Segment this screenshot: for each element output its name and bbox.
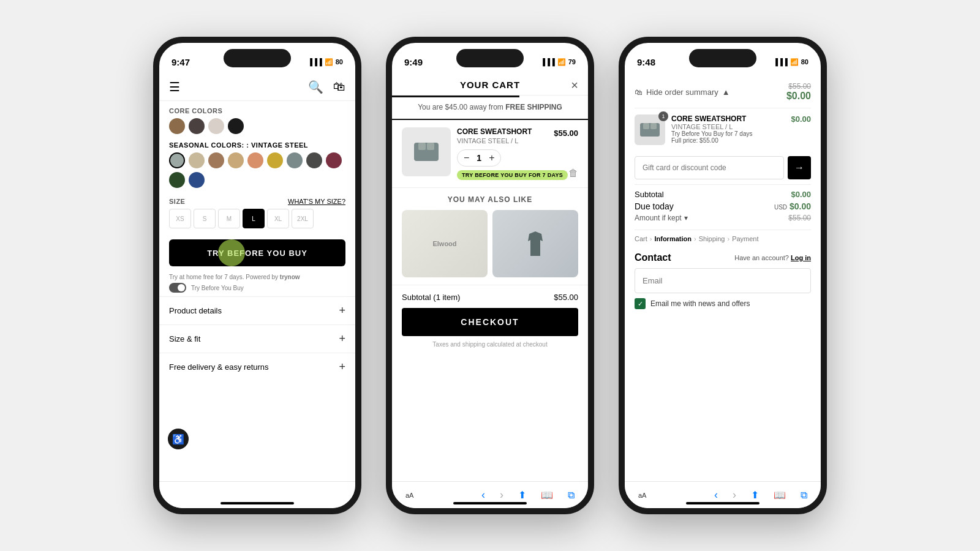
hamburger-icon[interactable]: ☰ — [169, 80, 180, 94]
time-1: 9:47 — [172, 57, 190, 67]
try-badge: TRY BEFORE YOU BUY FOR 7 DAYS — [457, 170, 568, 180]
product-card-1[interactable]: Elwood — [402, 210, 488, 277]
size-m[interactable]: M — [218, 209, 240, 228]
size-guide[interactable]: WHAT'S MY SIZE? — [288, 198, 345, 205]
color-vintage-steel[interactable] — [169, 152, 185, 168]
seasonal-colors-grid — [159, 152, 355, 193]
trynow-section: Try at home free for 7 days. Powered by … — [159, 270, 355, 296]
login-link[interactable]: Log in — [791, 254, 811, 261]
color-tan[interactable] — [169, 118, 185, 134]
email-input[interactable] — [635, 268, 811, 293]
color-dark-brown[interactable] — [189, 118, 205, 134]
qty-minus[interactable]: − — [464, 152, 469, 163]
amount-if-kept-toggle[interactable]: Amount if kept ▾ — [635, 214, 688, 222]
size-s[interactable]: S — [194, 209, 216, 228]
amount-if-kept-row: Amount if kept ▾ $55.00 — [635, 214, 811, 222]
trynow-powered-text: Try at home free for 7 days. Powered by … — [169, 274, 345, 280]
trynow-toggle-row: Try Before You Buy — [169, 283, 345, 293]
breadcrumb-payment[interactable]: Payment — [732, 235, 758, 242]
contact-header: Contact Have an account? Log in — [635, 252, 811, 263]
gift-code-submit[interactable]: → — [788, 156, 811, 179]
aa-text-3[interactable]: aA — [638, 492, 646, 499]
size-xl[interactable]: XL — [267, 209, 289, 228]
color-slate[interactable] — [287, 152, 303, 168]
color-gold[interactable] — [267, 152, 283, 168]
size-2xl[interactable]: 2XL — [292, 209, 314, 228]
order-summary-left[interactable]: 🛍 Hide order summary ▲ — [635, 88, 730, 97]
delete-icon[interactable]: 🗑 — [568, 168, 578, 179]
svg-rect-5 — [650, 123, 657, 129]
breadcrumb-cart[interactable]: Cart — [635, 235, 647, 242]
cart-header: YOUR CART × — [392, 75, 588, 96]
back-icon-2[interactable]: ‹ — [481, 489, 485, 501]
bookmarks-icon-2[interactable]: 📖 — [541, 489, 553, 501]
qty-plus[interactable]: + — [489, 152, 494, 163]
you-may-like-title: YOU MAY ALSO LIKE — [402, 195, 578, 204]
breadcrumb-shipping[interactable]: Shipping — [699, 235, 725, 242]
accordion-delivery[interactable]: Free delivery & easy returns + — [159, 353, 355, 381]
try-before-buy-button[interactable]: TRY BEFORE YOU BUY — [169, 239, 345, 266]
aa-text-2[interactable]: aA — [405, 492, 413, 499]
time-2: 9:49 — [404, 57, 423, 67]
due-today-val: USD $0.00 — [774, 201, 811, 211]
dynamic-island-3 — [689, 49, 756, 67]
bookmarks-icon-3[interactable]: 📖 — [774, 489, 786, 501]
color-black[interactable] — [228, 118, 244, 134]
color-charcoal[interactable] — [306, 152, 322, 168]
email-news-checkbox[interactable]: ✓ — [635, 298, 646, 309]
size-l[interactable]: L — [243, 209, 265, 228]
accordion-label-delivery: Free delivery & easy returns — [169, 362, 269, 372]
cart-item-variant: VINTAGE STEEL / L — [457, 137, 578, 144]
color-beige[interactable] — [189, 152, 205, 168]
cart-item-image — [402, 127, 451, 176]
wifi-icon-3: 📶 — [790, 58, 799, 66]
breadcrumb-information[interactable]: Information — [654, 235, 692, 242]
accessibility-button[interactable]: ♿ — [167, 427, 190, 451]
back-icon-3[interactable]: ‹ — [714, 489, 718, 501]
subtotal-value: $55.00 — [554, 293, 578, 302]
color-caramel[interactable] — [208, 152, 224, 168]
color-peach[interactable] — [247, 152, 263, 168]
bottom-indicator-1 — [221, 502, 294, 504]
battery-3: 80 — [801, 58, 809, 66]
accordion-product-details[interactable]: Product details + — [159, 296, 355, 324]
order-item-full-price: Full price: $55.00 — [671, 137, 785, 144]
svg-rect-2 — [427, 143, 434, 150]
forward-icon-2: › — [500, 489, 503, 501]
due-today-row: Due today USD $0.00 — [635, 201, 811, 211]
tabs-icon-2[interactable]: ⧉ — [568, 490, 575, 501]
color-sand[interactable] — [228, 152, 244, 168]
gift-code-input[interactable] — [635, 156, 784, 179]
color-wine[interactable] — [326, 152, 342, 168]
search-icon[interactable]: 🔍 — [308, 80, 323, 94]
shipping-progress-bar — [392, 96, 519, 97]
trynow-label: Try Before You Buy — [191, 285, 244, 291]
checkout-button[interactable]: CHECKOUT — [402, 308, 578, 336]
color-forest[interactable] — [169, 172, 185, 188]
phone2-bottom-bar: aA ‹ › ⬆ 📖 ⧉ — [392, 481, 588, 508]
share-icon-2[interactable]: ⬆ — [518, 489, 526, 501]
close-icon[interactable]: × — [571, 78, 578, 92]
cart-item-price: $55.00 — [554, 129, 578, 138]
signal-icon-2: ▐▐▐ — [540, 58, 554, 66]
wifi-icon: 📶 — [325, 58, 333, 66]
signal-icon: ▐▐▐ — [307, 58, 322, 66]
size-xs[interactable]: XS — [169, 209, 191, 228]
tabs-icon-3[interactable]: ⧉ — [801, 490, 807, 501]
breadcrumb: Cart › Information › Shipping › Payment — [635, 230, 811, 247]
product-card-2[interactable] — [492, 210, 578, 277]
trynow-toggle[interactable] — [169, 283, 186, 293]
time-3: 9:48 — [637, 57, 655, 67]
color-blue[interactable] — [189, 172, 205, 188]
accordion-size-fit[interactable]: Size & fit + — [159, 324, 355, 353]
bag-icon[interactable]: 🛍 — [333, 80, 345, 94]
color-light-grey[interactable] — [208, 118, 224, 134]
share-icon-3[interactable]: ⬆ — [751, 489, 759, 501]
phone2-content: YOUR CART × You are $45.00 away from FRE… — [392, 75, 588, 481]
plus-icon-delivery: + — [339, 361, 345, 373]
order-item-row: 1 CORE SWEATSHORT VINTAGE STEEL / L Try … — [635, 108, 811, 151]
svg-rect-0 — [414, 143, 439, 161]
qty-value: 1 — [477, 153, 481, 163]
status-icons-2: ▐▐▐ 📶 79 — [540, 58, 576, 66]
qty-control: − 1 + — [457, 149, 501, 167]
